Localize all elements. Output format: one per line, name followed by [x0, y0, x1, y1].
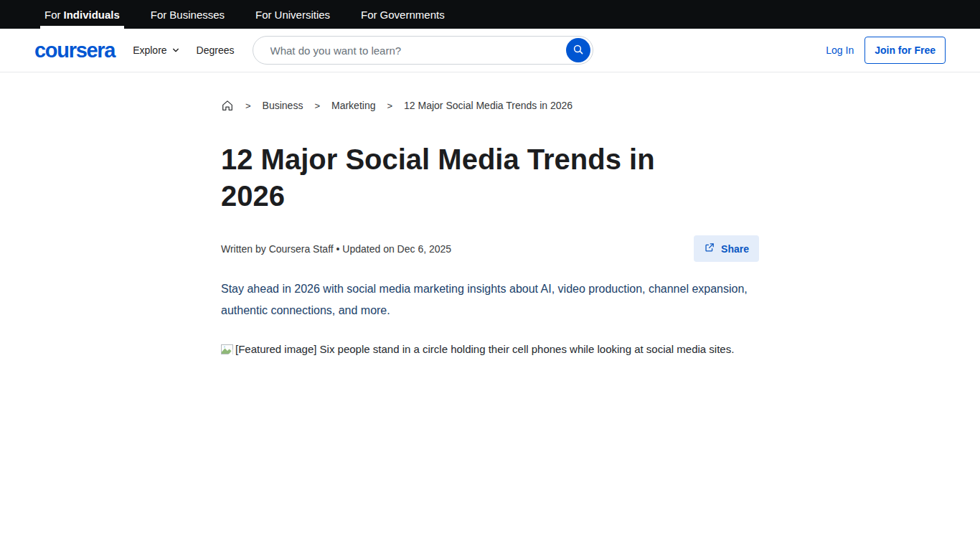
search-button[interactable]: [566, 38, 590, 62]
tab-prefix: For: [255, 9, 272, 21]
broken-image-icon: [221, 342, 233, 359]
tab-for-businesses[interactable]: For Businesses: [146, 0, 229, 29]
coursera-logo[interactable]: coursera: [34, 39, 115, 62]
share-label: Share: [721, 243, 749, 255]
search-input[interactable]: [269, 44, 566, 57]
share-icon: [704, 242, 715, 255]
tab-for-individuals[interactable]: For Individuals: [40, 0, 124, 29]
tab-for-universities[interactable]: For Universities: [251, 0, 334, 29]
breadcrumb-marketing[interactable]: Marketing: [331, 100, 375, 111]
featured-image-alt-text: [Featured image] Six people stand in a c…: [221, 341, 748, 359]
article-content: > Business > Marketing > 12 Major Social…: [221, 72, 759, 359]
tab-prefix: For: [44, 9, 61, 21]
tab-label: Businesses: [169, 9, 225, 21]
tab-for-governments[interactable]: For Governments: [357, 0, 449, 29]
breadcrumb-separator: >: [245, 100, 251, 111]
search-bar: [253, 36, 593, 65]
tab-label: Individuals: [64, 9, 120, 21]
breadcrumb-separator: >: [314, 100, 320, 111]
header-actions: Log In Join for Free: [826, 37, 946, 64]
byline-text: Written by Coursera Staff • Updated on D…: [221, 243, 451, 255]
tab-label: Universities: [275, 9, 331, 21]
degrees-label: Degrees: [197, 44, 235, 56]
chevron-down-icon: [172, 44, 179, 56]
audience-nav: For Individuals For Businesses For Unive…: [0, 0, 980, 29]
log-in-link[interactable]: Log In: [826, 44, 854, 56]
breadcrumb-business[interactable]: Business: [263, 100, 303, 111]
join-for-free-button[interactable]: Join for Free: [864, 37, 946, 64]
page-title: 12 Major Social Media Trends in 2026: [221, 141, 723, 215]
breadcrumb-separator: >: [387, 100, 392, 111]
breadcrumb-current-page: 12 Major Social Media Trends in 2026: [404, 100, 573, 111]
site-header: coursera Explore Degrees Log In Join for…: [0, 29, 980, 72]
tab-prefix: For: [151, 9, 167, 21]
byline-row: Written by Coursera Staff • Updated on D…: [221, 235, 759, 262]
breadcrumb: > Business > Marketing > 12 Major Social…: [221, 99, 759, 112]
explore-label: Explore: [133, 44, 166, 56]
featured-image-alt-label: [Featured image] Six people stand in a c…: [235, 343, 734, 355]
share-button[interactable]: Share: [694, 235, 759, 262]
tab-label: Governments: [380, 9, 445, 21]
home-icon[interactable]: [221, 99, 234, 112]
tab-prefix: For: [361, 9, 377, 21]
explore-menu[interactable]: Explore: [133, 44, 179, 56]
degrees-link[interactable]: Degrees: [197, 44, 235, 56]
article-intro: Stay ahead in 2026 with social media mar…: [221, 278, 748, 321]
search-icon: [573, 44, 584, 57]
